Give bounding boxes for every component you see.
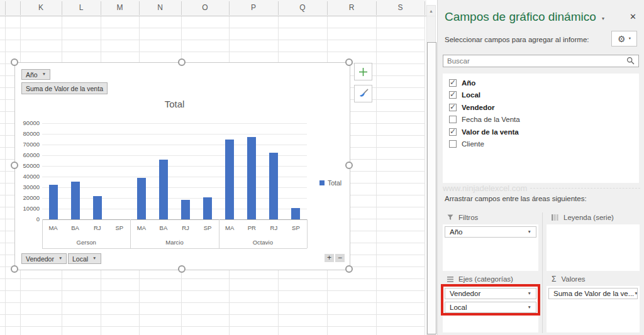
x-axis-label: SP <box>285 224 307 232</box>
chart-elements-button[interactable] <box>354 63 372 80</box>
chart-title[interactable]: Total <box>42 99 307 109</box>
checkbox-checked[interactable]: ✓ <box>449 128 457 136</box>
column-header-Q[interactable]: Q <box>278 0 327 16</box>
column-header-M[interactable]: M <box>101 0 139 16</box>
bar-MA-0[interactable] <box>49 185 58 219</box>
bar-SP-11[interactable] <box>291 208 300 219</box>
axis-area[interactable]: Vendedor▼Local▼ <box>443 286 538 332</box>
chevron-down-icon: ▼ <box>528 305 531 310</box>
x-axis-label: BA <box>152 224 174 232</box>
x-axis-label: SP <box>197 224 219 232</box>
chevron-down-icon[interactable]: ▾ <box>602 16 604 21</box>
resize-handle[interactable] <box>345 162 353 169</box>
x-axis-label: MA <box>219 224 241 232</box>
column-header-O[interactable]: O <box>181 0 229 16</box>
chevron-down-icon: ▼ <box>58 256 62 261</box>
field-item-vendedor[interactable]: ✓Vendedor <box>443 101 639 114</box>
pill-label: Año <box>450 228 462 236</box>
resize-handle[interactable] <box>11 265 18 273</box>
search-box[interactable] <box>443 55 639 67</box>
bar-BA-1[interactable] <box>71 182 80 219</box>
filter-icon <box>447 214 453 221</box>
resize-handle[interactable] <box>345 265 353 273</box>
axis-pill-vendedor[interactable]: Vendedor▼ <box>445 288 536 299</box>
column-header-S[interactable]: S <box>376 0 425 16</box>
bar-MA-8[interactable] <box>225 140 234 219</box>
check-icon: ✓ <box>450 127 456 136</box>
chart-value-field-button[interactable]: Suma de Valor de la venta <box>21 82 108 94</box>
scroll-up-icon[interactable]: ▲ <box>427 6 435 16</box>
gear-icon: ⚙ <box>618 35 626 43</box>
values-pill-suma-de-valor-de-la-ve-[interactable]: Suma de Valor de la ve...▼ <box>548 288 638 299</box>
y-tick-label: 40000 <box>15 173 40 180</box>
bar-RJ-6[interactable] <box>181 200 190 219</box>
bar-PR-9[interactable] <box>247 137 256 219</box>
column-header-K[interactable]: K <box>20 0 62 16</box>
filters-pill-a-o[interactable]: Año▼ <box>445 226 536 238</box>
column-header-L[interactable]: L <box>62 0 101 16</box>
tools-button[interactable]: ⚙ ▾ <box>611 31 637 47</box>
x-axis-label: BA <box>64 224 86 232</box>
vertical-scrollbar[interactable]: ▲ <box>426 5 436 335</box>
field-label: Local <box>462 91 480 99</box>
checkbox-checked[interactable]: ✓ <box>449 91 457 99</box>
column-header-divider <box>181 1 182 15</box>
checkbox[interactable] <box>449 116 457 123</box>
chart-vendor-field-button[interactable]: Vendedor ▼ <box>21 253 67 264</box>
pane-subtitle: Seleccionar campos para agregar al infor… <box>445 36 605 43</box>
filters-area[interactable]: Año▼ <box>443 224 538 271</box>
field-item-fecha-de-la-venta[interactable]: Fecha de la Venta <box>443 114 639 126</box>
x-axis-label: RJ <box>86 224 108 232</box>
scrollbar-thumb[interactable] <box>427 42 436 334</box>
watermark: www.ninjadelexcel.com <box>443 184 640 193</box>
resize-handle[interactable] <box>345 58 353 66</box>
field-label: Vendedor <box>462 104 494 111</box>
search-input[interactable] <box>443 57 626 65</box>
areas-divider <box>542 212 543 333</box>
x-axis-line <box>42 219 307 220</box>
bar-MA-4[interactable] <box>137 178 146 219</box>
checkbox-checked[interactable]: ✓ <box>449 104 457 111</box>
bar-SP-7[interactable] <box>203 197 212 219</box>
field-label: Fecha de la Venta <box>462 116 520 123</box>
dashed-divider <box>530 188 640 189</box>
column-header-P[interactable]: P <box>229 0 278 16</box>
pivot-chart[interactable]: Año ▼ Suma de Valor de la venta Total 01… <box>14 62 350 270</box>
checkbox-checked[interactable]: ✓ <box>449 79 457 87</box>
gridline <box>42 166 307 167</box>
field-item-valor-de-la-venta[interactable]: ✓Valor de la venta <box>443 126 639 138</box>
axis-pill-local[interactable]: Local▼ <box>445 302 536 313</box>
column-header-divider <box>20 1 21 15</box>
chart-styles-button[interactable] <box>354 85 372 102</box>
resize-handle[interactable] <box>178 58 186 66</box>
field-item-año[interactable]: ✓Año <box>443 77 639 89</box>
resize-handle[interactable] <box>178 265 186 273</box>
column-header-N[interactable]: N <box>139 0 181 16</box>
field-item-local[interactable]: ✓Local <box>443 89 639 102</box>
chart-year-field-button[interactable]: Año ▼ <box>21 69 50 80</box>
column-header-R[interactable]: R <box>327 0 376 16</box>
chevron-down-icon: ▼ <box>42 72 46 77</box>
y-tick-label: 20000 <box>15 195 40 201</box>
close-icon[interactable]: ✕ <box>630 12 636 21</box>
values-area[interactable]: Suma de Valor de la ve...▼ <box>547 286 640 332</box>
legend-area[interactable] <box>547 224 640 271</box>
check-icon: ✓ <box>450 90 456 99</box>
spreadsheet-grid[interactable]: KLMNOPQRS Año ▼ Suma de Valor de la vent… <box>0 0 437 335</box>
chart-legend[interactable]: Total <box>319 179 341 187</box>
resize-handle[interactable] <box>11 162 18 169</box>
chart-local-field-button[interactable]: Local ▼ <box>68 253 101 264</box>
resize-handle[interactable] <box>11 58 18 66</box>
watermark-text: www.ninjadelexcel.com <box>443 184 527 193</box>
expand-field-button[interactable]: + <box>325 254 334 262</box>
sigma-icon: Σ <box>552 275 556 283</box>
checkbox[interactable] <box>449 140 457 148</box>
collapse-field-button[interactable]: − <box>335 254 345 262</box>
bar-RJ-2[interactable] <box>93 196 102 219</box>
pill-label: Suma de Valor de la ve... <box>553 290 634 297</box>
field-item-cliente[interactable]: Cliente <box>443 138 639 151</box>
x-axis-label: RJ <box>175 224 197 232</box>
column-header-divider <box>62 1 62 15</box>
bar-BA-5[interactable] <box>159 160 168 219</box>
bar-RJ-10[interactable] <box>269 153 278 219</box>
